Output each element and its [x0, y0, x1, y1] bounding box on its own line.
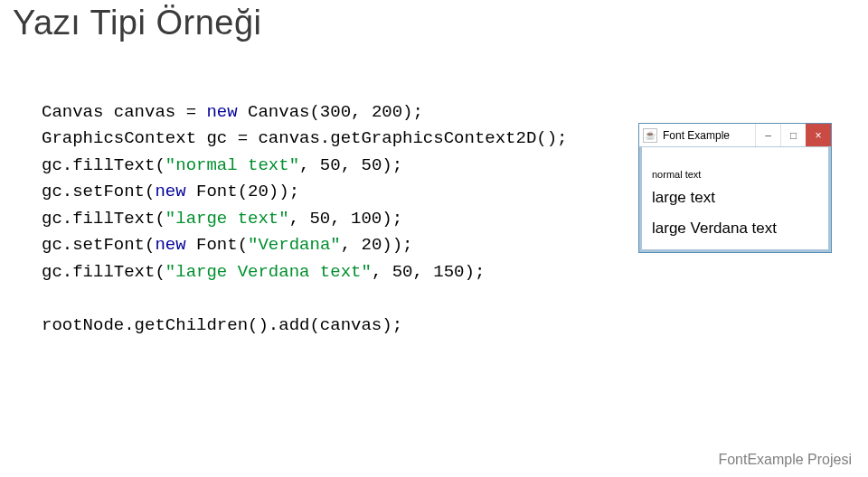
window-title: Font Example	[663, 129, 755, 142]
code-text: rootNode.getChildren().add(canvas);	[42, 315, 402, 335]
footer-project-name: FontExample Projesi	[718, 452, 852, 468]
maximize-button[interactable]: □	[780, 124, 806, 146]
code-text: gc.setFont(	[42, 235, 155, 255]
minimize-button[interactable]: –	[755, 124, 780, 146]
code-text: gc.fillText(	[42, 155, 165, 175]
code-text: , 50, 150);	[372, 262, 485, 282]
code-text: gc.fillText(	[42, 262, 165, 282]
code-string: "Verdana"	[248, 235, 341, 255]
slide-title: Yazı Tipi Örneği	[13, 4, 262, 42]
keyword-new: new	[155, 182, 185, 201]
code-string: "large Verdana text"	[165, 262, 372, 282]
example-output-window: ☕ Font Example – □ × normal text large t…	[638, 123, 832, 253]
code-text: Canvas canvas =	[42, 102, 206, 122]
output-large-verdana-text: large Verdana text	[652, 220, 824, 238]
code-text: Canvas(300, 200);	[238, 102, 423, 122]
code-block: Canvas canvas = new Canvas(300, 200); Gr…	[42, 99, 568, 339]
code-string: "normal text"	[165, 155, 299, 175]
output-large-text: large text	[652, 189, 824, 207]
code-string: "large text"	[165, 209, 289, 229]
window-titlebar[interactable]: ☕ Font Example – □ ×	[639, 124, 831, 147]
code-text: Font(20));	[186, 182, 299, 201]
keyword-new: new	[206, 102, 237, 122]
code-text: , 20));	[341, 235, 413, 255]
window-buttons: – □ ×	[755, 124, 831, 146]
output-normal-text: normal text	[652, 169, 824, 180]
code-text: GraphicsContext gc = canvas.getGraphicsC…	[42, 128, 568, 148]
code-text: , 50, 100);	[289, 209, 402, 229]
slide: Yazı Tipi Örneği Canvas canvas = new Can…	[0, 0, 868, 477]
window-favicon-icon: ☕	[643, 128, 657, 143]
keyword-new: new	[155, 235, 185, 255]
code-text: gc.setFont(	[42, 182, 155, 201]
window-body: normal text large text large Verdana tex…	[639, 147, 831, 252]
close-button[interactable]: ×	[806, 124, 831, 146]
code-text: Font(	[186, 235, 248, 255]
code-text: , 50, 50);	[299, 155, 402, 175]
code-text: gc.fillText(	[42, 209, 165, 229]
